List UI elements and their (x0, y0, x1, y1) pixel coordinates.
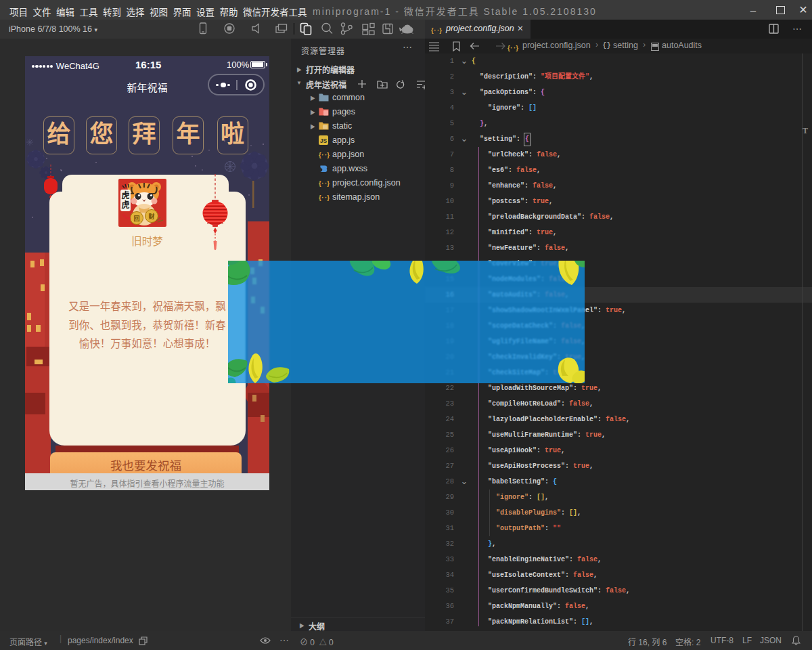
svg-text:虎: 虎 (121, 190, 129, 200)
svg-text:JS: JS (320, 137, 328, 144)
svg-text:虎: 虎 (121, 200, 129, 210)
svg-text:财: 财 (148, 213, 154, 220)
svg-text:回: 回 (133, 215, 139, 222)
